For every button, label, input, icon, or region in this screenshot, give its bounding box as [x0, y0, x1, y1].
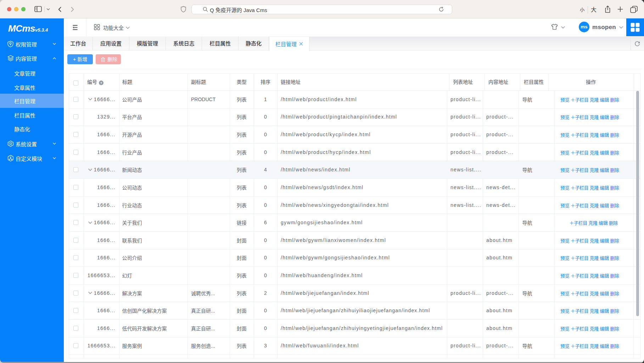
svg-text:?: ? [100, 81, 102, 85]
